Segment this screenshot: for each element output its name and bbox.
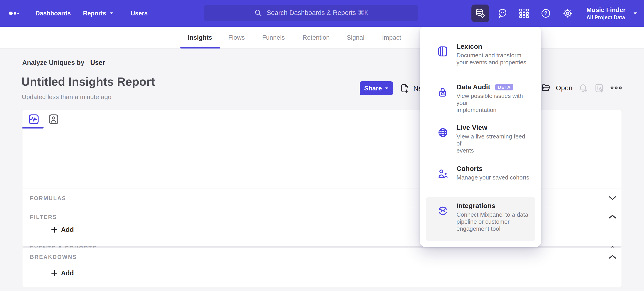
tab-impact[interactable]: Impact (382, 27, 401, 48)
tab-retention[interactable]: Retention (302, 27, 330, 48)
plus-icon (51, 227, 57, 233)
search-icon (254, 9, 262, 17)
updated-timestamp: Updated less than a minute ago (22, 93, 111, 101)
document-add-icon (400, 83, 409, 94)
formulas-section-label: FORMULAS (30, 195, 66, 202)
feedback-button[interactable] (494, 4, 511, 22)
tab-funnels[interactable]: Funnels (262, 27, 285, 48)
integrations-sync-icon (438, 205, 448, 216)
nav-reports[interactable]: Reports (83, 0, 113, 27)
active-view-underline (22, 127, 44, 128)
menu-item-live-view[interactable]: Live View View a live streaming feed of … (426, 120, 535, 158)
metrics-chart-icon (28, 114, 39, 124)
nav-dashboards-label: Dashboards (35, 10, 71, 17)
analyze-prefix: Analyze Uniques by (22, 59, 84, 66)
apps-grid-icon (519, 8, 529, 18)
formulas-expand-chevron-down[interactable] (609, 196, 616, 200)
search-input[interactable] (267, 9, 368, 16)
menu-item-integrations[interactable]: Integrations Connect Mixpanel to a data … (426, 197, 535, 241)
add-alert-button[interactable] (578, 83, 588, 93)
data-management-button[interactable] (472, 4, 489, 22)
analyze-value-dropdown[interactable]: User (90, 59, 105, 66)
global-search[interactable] (204, 5, 418, 21)
chevron-down-icon (385, 87, 388, 89)
settings-button[interactable] (559, 4, 576, 22)
filters-section-label: FILTERS (30, 214, 57, 220)
tab-flows[interactable]: Flows (228, 27, 245, 48)
open-report-button[interactable]: Open (541, 82, 572, 93)
ellipsis-icon (610, 85, 622, 90)
breakdowns-section-label: BREAKDOWNS (30, 254, 77, 260)
svg-text:?: ? (544, 10, 548, 16)
mixpanel-app: Dashboards Reports Users (0, 0, 644, 291)
help-button[interactable]: ? (537, 4, 555, 22)
data-audit-lock-icon (438, 87, 448, 97)
feedback-bubble-icon (497, 8, 508, 18)
apps-grid-button[interactable] (515, 4, 533, 22)
tab-insights[interactable]: Insights (188, 27, 212, 48)
report-tabbar: Insights Flows Funnels Retention Signal … (0, 27, 644, 48)
bell-add-icon (578, 83, 588, 93)
more-actions-button[interactable] (610, 85, 622, 90)
add-filter-button[interactable]: Add (51, 226, 74, 234)
menu-item-lexicon[interactable]: Lexicon Document and transform your even… (426, 39, 535, 70)
nav-users-label: Users (130, 10, 148, 17)
events-view-tab[interactable] (28, 114, 39, 124)
active-tab-underline (180, 47, 220, 48)
analyze-selector: Analyze Uniques by User (22, 59, 105, 66)
breakdowns-card: BREAKDOWNS Add (22, 248, 622, 287)
mixpanel-logo[interactable] (9, 10, 20, 16)
add-to-board-button[interactable] (594, 83, 604, 93)
project-scope: All Project Data (586, 14, 626, 21)
logo-dots-icon (9, 10, 20, 16)
live-view-globe-icon (438, 127, 448, 138)
menu-item-cohorts[interactable]: Cohorts Manage your saved cohorts (426, 161, 535, 185)
breakdowns-collapse-chevron-up[interactable] (609, 255, 616, 259)
report-title[interactable]: Untitled Insights Report (21, 75, 155, 88)
chevron-down-icon (633, 12, 637, 15)
profiles-view-tab[interactable] (49, 114, 58, 124)
lexicon-book-icon (438, 46, 448, 57)
chevron-down-icon (110, 12, 113, 14)
top-nav: Dashboards Reports Users (0, 0, 644, 27)
database-gear-icon (475, 8, 486, 19)
cohorts-people-icon (438, 168, 448, 179)
nav-dashboards[interactable]: Dashboards (35, 0, 71, 27)
menu-item-data-audit[interactable]: Data Audit BETA View possible issues wit… (426, 79, 535, 117)
gear-icon (562, 8, 573, 18)
beta-badge: BETA (495, 84, 514, 90)
project-switcher[interactable]: Music Finder All Project Data (586, 0, 637, 27)
nav-reports-label: Reports (83, 10, 106, 17)
user-card-icon (49, 114, 58, 124)
share-button[interactable]: Share (360, 81, 393, 95)
project-name: Music Finder (586, 6, 626, 13)
filters-collapse-chevron-up[interactable] (609, 214, 616, 219)
add-breakdown-button[interactable]: Add (51, 270, 74, 277)
data-tools-menu: Lexicon Document and transform your even… (420, 26, 541, 247)
help-icon: ? (540, 8, 551, 18)
chart-add-icon (594, 83, 604, 93)
plus-icon (51, 270, 57, 276)
nav-users[interactable]: Users (130, 0, 148, 27)
folder-open-icon (541, 83, 551, 93)
tab-signal[interactable]: Signal (347, 27, 364, 48)
